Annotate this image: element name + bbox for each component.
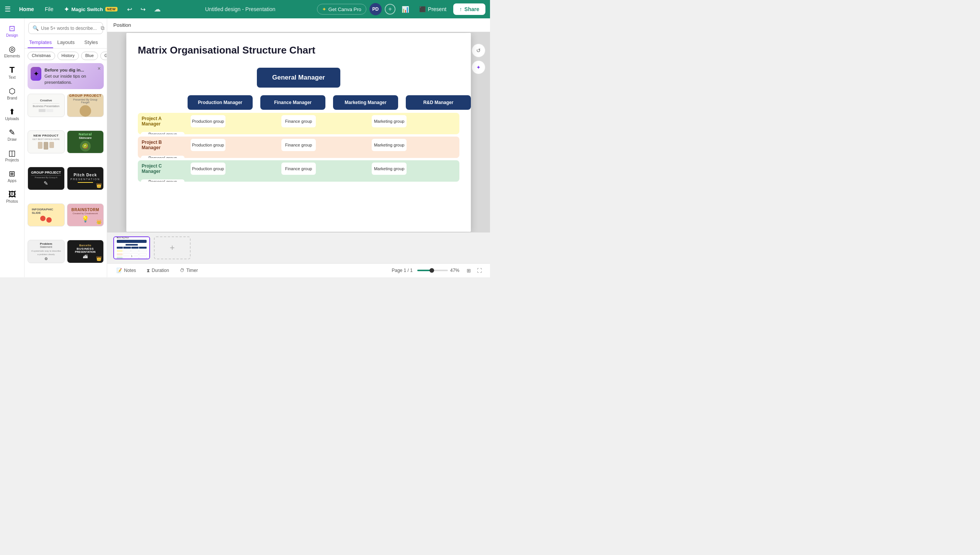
menu-icon[interactable]: ☰	[5, 5, 11, 13]
crown-badge: 👑	[96, 183, 102, 188]
project-a-label-text: Project AManager	[142, 116, 162, 127]
new-design-button[interactable]: +	[385, 4, 395, 15]
template-card[interactable]: Natural Skincare 🥝	[67, 130, 104, 153]
sidebar-item-draw[interactable]: ✎ Draw	[2, 125, 23, 145]
sidebar-item-design[interactable]: ⊡ Design	[2, 21, 23, 41]
template-card[interactable]: Creative Business Presentation	[28, 94, 65, 117]
sidebar-item-elements[interactable]: ◎ Elements	[2, 42, 23, 61]
sidebar-item-brand[interactable]: ⬡ Brand	[2, 84, 23, 103]
notes-label: Notes	[124, 268, 136, 273]
search-box[interactable]: 🔍 ⧉	[28, 22, 103, 34]
status-bar: 📝 Notes ⧗ Duration ⏱ Timer Page 1 / 1 47…	[107, 263, 490, 277]
template-preview: INFOGRAPHIC SLIDE	[28, 204, 64, 226]
tab-styles[interactable]: Styles	[78, 36, 104, 48]
document-title: Untitled design - Presentation	[167, 6, 314, 12]
magic-star-icon: ✦	[64, 6, 69, 13]
photos-icon: 🖼	[8, 190, 16, 198]
position-label: Position	[113, 22, 131, 28]
search-input[interactable]	[41, 26, 98, 31]
main-layout: ⊡ Design ◎ Elements T Text ⬡ Brand ⬆ Upl…	[0, 18, 490, 277]
timer-button[interactable]: ⏱ Timer	[177, 267, 201, 274]
brand-label: Brand	[7, 96, 17, 100]
zoom-slider[interactable]	[417, 270, 448, 271]
timer-label: Timer	[186, 268, 198, 273]
finance-manager-box: Finance Manager	[260, 95, 325, 110]
sidebar-item-photos[interactable]: 🖼 Photos	[2, 187, 23, 207]
sidebar-item-projects[interactable]: ◫ Projects	[2, 146, 23, 165]
template-card[interactable]: GROUP PROJECT Presented By Group A ✎	[28, 167, 65, 190]
file-button[interactable]: File	[41, 4, 57, 15]
promo-close-button[interactable]: ×	[98, 65, 101, 72]
marketing-manager-box: Marketing Manager	[333, 95, 398, 110]
general-manager-box: General Manager	[257, 68, 340, 88]
template-card[interactable]: Problem Statement A systematic way to de…	[28, 240, 65, 263]
filter-tag-green[interactable]: Green	[100, 52, 107, 60]
expand-view-button[interactable]: ⛶	[475, 266, 484, 275]
zoom-thumb[interactable]	[430, 268, 434, 273]
template-card[interactable]: NEW PRODUCT GET BEST OFFICE HERE	[28, 130, 65, 153]
template-card[interactable]: BRAINSTORM Created by Creativework 💡 👑	[67, 203, 104, 226]
elements-label: Elements	[4, 54, 20, 58]
text-label: Text	[8, 75, 15, 80]
projects-label: Projects	[5, 158, 19, 162]
avatar[interactable]: PD	[369, 3, 382, 15]
new-badge: NEW	[105, 7, 118, 11]
template-card[interactable]: Pitch Deck PRESENTATION 👑	[67, 167, 104, 190]
filter-tag-christmas[interactable]: Christmas	[28, 52, 55, 60]
topbar: ☰ Home File ✦ Magic Switch NEW ↩ ↪ ☁ Unt…	[0, 0, 490, 18]
refresh-icon-button[interactable]: ↺	[472, 44, 485, 57]
get-canva-pro-button[interactable]: ✦ Get Canva Pro	[317, 4, 366, 15]
share-button[interactable]: ↑ Share	[453, 3, 485, 15]
tab-layouts[interactable]: Layouts	[53, 36, 78, 48]
design-icon: ⊡	[9, 24, 15, 32]
slide-thumbnail-1[interactable]: Matrix Org Chart	[113, 236, 150, 259]
grid-view-button[interactable]: ⊞	[464, 266, 473, 275]
present-screen-icon: ⬛	[419, 6, 426, 12]
sidebar-item-apps[interactable]: ⊞ Apps	[2, 167, 23, 186]
magic-edit-button[interactable]: ✦	[472, 60, 485, 74]
undo-button[interactable]: ↩	[124, 4, 135, 15]
mini-header-row	[117, 240, 147, 243]
right-icon-panel: ↺ ✦	[472, 44, 485, 74]
duration-icon: ⧗	[147, 268, 150, 273]
zoom-control[interactable]: 47%	[417, 268, 459, 273]
present-button[interactable]: ⬛ Present	[415, 4, 450, 14]
home-button[interactable]: Home	[15, 4, 38, 15]
duration-label: Duration	[152, 268, 169, 273]
template-grid: Creative Business Presentation GROUP PRO…	[24, 91, 107, 277]
stats-icon[interactable]: 📊	[399, 4, 412, 15]
canvas-area[interactable]: ↺ ✦ Matrix Organisational Structure Char…	[107, 32, 490, 232]
template-card[interactable]: Barcello BUSINESS PRESENTATION 🏙 👑	[67, 240, 104, 263]
add-slide-button[interactable]: +	[154, 236, 191, 259]
tab-templates[interactable]: Templates	[28, 36, 53, 48]
project-b-marketing: Marketing group	[372, 139, 407, 151]
project-c-production: Production group	[191, 163, 225, 175]
duration-button[interactable]: ⧗ Duration	[144, 267, 172, 274]
elements-icon: ◎	[9, 45, 15, 53]
project-a-personal: Personal group	[141, 132, 185, 134]
project-rows: Project AManager Production group Financ…	[138, 113, 459, 182]
rd-manager-box: R&D Manager	[406, 95, 471, 110]
sidebar-item-uploads[interactable]: ⬆ Uploads	[2, 105, 23, 124]
crown-badge: 👑	[96, 256, 102, 261]
promo-icon: ✦	[31, 67, 41, 81]
project-b-finance: Finance group	[281, 139, 316, 151]
project-c-label: Project CManager	[138, 160, 188, 177]
template-preview: GROUP PROJECT Presented By Group Fauget	[67, 94, 104, 116]
filter-icon[interactable]: ⧉	[101, 25, 105, 31]
design-label: Design	[6, 33, 18, 37]
filter-tag-blue[interactable]: Blue	[81, 52, 98, 60]
draw-label: Draw	[8, 137, 16, 142]
filter-tag-history[interactable]: History	[57, 52, 79, 60]
template-card[interactable]: GROUP PROJECT Presented By Group Fauget	[67, 94, 104, 117]
template-preview: Problem Statement A systematic way to de…	[28, 240, 64, 262]
redo-button[interactable]: ↪	[138, 4, 148, 15]
project-c-label-text: Project CManager	[142, 163, 162, 174]
sidebar-item-text[interactable]: T Text	[2, 63, 23, 83]
project-a-finance: Finance group	[281, 115, 316, 127]
notes-button[interactable]: 📝 Notes	[113, 267, 139, 274]
template-card[interactable]: INFOGRAPHIC SLIDE	[28, 203, 65, 226]
magic-switch-button[interactable]: ✦ Magic Switch NEW	[60, 4, 121, 15]
notes-icon: 📝	[116, 268, 122, 273]
slide-canvas[interactable]: Matrix Organisational Structure Chart Ge…	[126, 33, 471, 232]
